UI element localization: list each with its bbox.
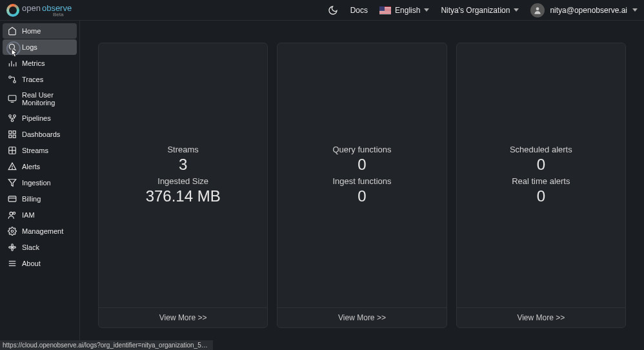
- users-icon: [8, 211, 17, 220]
- sidebar-item-label: Management: [22, 227, 63, 235]
- avatar: [530, 3, 545, 17]
- sidebar-item-logs[interactable]: Logs: [3, 39, 77, 55]
- card-label: Query functions: [332, 145, 391, 154]
- user-email: nitya@openobserve.ai: [550, 6, 627, 15]
- flag-icon: [379, 6, 391, 14]
- sidebar-item-metrics[interactable]: Metrics: [3, 56, 77, 71]
- traces-icon: [8, 75, 17, 84]
- card-label: Streams: [167, 145, 198, 154]
- filter-icon: [8, 178, 17, 187]
- svg-point-27: [13, 212, 15, 214]
- card-alerts: Scheduled alerts 0 Real time alerts 0 Vi…: [456, 43, 626, 328]
- sidebar-item-label: Streams: [22, 147, 48, 154]
- user-menu[interactable]: nitya@openobserve.ai: [530, 3, 638, 17]
- sidebar-item-rum[interactable]: Real User Monitoring: [3, 88, 77, 110]
- card-streams: Streams 3 Ingested Size 376.14 MB View M…: [98, 43, 268, 328]
- svg-rect-16: [9, 135, 12, 138]
- sidebar-item-label: Traces: [22, 76, 43, 83]
- card-value: 0: [537, 156, 545, 174]
- logo-text-open: open: [22, 3, 41, 13]
- svg-rect-24: [8, 196, 16, 201]
- svg-point-0: [536, 7, 539, 10]
- monitor-icon: [8, 94, 17, 103]
- svg-point-22: [12, 169, 13, 169]
- card-value: 3: [179, 156, 187, 174]
- pipeline-icon: [8, 114, 17, 123]
- body: Home Logs Metrics Traces Real: [0, 21, 644, 350]
- sidebar: Home Logs Metrics Traces Real: [0, 21, 80, 350]
- organization-selector[interactable]: Nitya's Organization: [441, 6, 519, 15]
- card-value: 376.14 MB: [146, 187, 221, 205]
- sidebar-item-streams[interactable]: Streams: [3, 143, 77, 158]
- logo-icon: [6, 4, 19, 17]
- streams-icon: [8, 146, 17, 155]
- docs-link[interactable]: Docs: [350, 6, 368, 15]
- svg-point-28: [11, 230, 14, 232]
- header: openobserve Beta Docs English Nitya's Or…: [0, 0, 644, 21]
- gear-icon: [8, 227, 17, 236]
- organization-label: Nitya's Organization: [441, 6, 510, 15]
- svg-line-2: [14, 48, 15, 50]
- list-icon: [8, 259, 17, 268]
- grid-icon: [8, 130, 17, 139]
- svg-point-8: [14, 81, 16, 83]
- sidebar-item-label: Pipelines: [22, 114, 51, 122]
- svg-rect-31: [12, 244, 13, 247]
- card-label: Real time alerts: [512, 176, 570, 186]
- svg-point-1: [9, 44, 14, 49]
- card-value: 0: [357, 187, 366, 205]
- home-icon: [8, 26, 17, 36]
- header-right: Docs English Nitya's Organization nitya@…: [327, 3, 638, 17]
- sidebar-item-iam[interactable]: IAM: [3, 207, 77, 223]
- card-label: Ingest functions: [332, 176, 391, 186]
- svg-rect-14: [9, 131, 12, 134]
- main-content: Streams 3 Ingested Size 376.14 MB View M…: [80, 21, 644, 350]
- card-label: Scheduled alerts: [510, 145, 572, 154]
- sidebar-item-alerts[interactable]: Alerts: [3, 159, 77, 174]
- sidebar-item-management[interactable]: Management: [3, 223, 77, 239]
- view-more-link[interactable]: View More >>: [99, 307, 267, 327]
- sidebar-item-dashboards[interactable]: Dashboards: [3, 127, 77, 142]
- svg-rect-32: [12, 248, 13, 251]
- card-body: Query functions 0 Ingest functions 0: [277, 43, 446, 307]
- user-icon: [533, 6, 542, 15]
- svg-rect-9: [8, 96, 16, 101]
- sidebar-item-billing[interactable]: Billing: [3, 191, 77, 207]
- chevron-down-icon: [424, 8, 429, 12]
- language-selector[interactable]: English: [379, 6, 429, 15]
- slack-icon: [8, 243, 17, 252]
- search-icon: [8, 43, 17, 52]
- sidebar-item-about[interactable]: About: [3, 256, 77, 271]
- svg-rect-15: [13, 131, 15, 134]
- sidebar-item-label: Metrics: [22, 59, 45, 67]
- sidebar-item-label: Real User Monitoring: [22, 91, 72, 107]
- svg-rect-17: [13, 135, 15, 138]
- sidebar-item-slack[interactable]: Slack: [3, 240, 77, 255]
- theme-toggle-button[interactable]: [327, 5, 339, 16]
- sidebar-item-ingestion[interactable]: Ingestion: [3, 175, 77, 190]
- status-bar-url: https://cloud.openobserve.ai/logs?org_id…: [0, 340, 213, 350]
- card-value: 0: [357, 156, 366, 174]
- sidebar-item-label: Dashboards: [22, 130, 60, 138]
- sidebar-item-label: Home: [22, 27, 41, 35]
- svg-point-7: [9, 76, 12, 79]
- sidebar-item-pipelines[interactable]: Pipelines: [3, 110, 77, 126]
- sidebar-item-label: Logs: [22, 43, 37, 51]
- card-value: 0: [537, 187, 545, 205]
- moon-icon: [328, 5, 338, 15]
- chevron-down-icon: [514, 8, 519, 12]
- svg-point-26: [10, 212, 13, 215]
- sidebar-item-label: Slack: [22, 243, 39, 251]
- billing-icon: [8, 194, 17, 203]
- alert-icon: [8, 162, 17, 171]
- svg-marker-23: [8, 180, 16, 187]
- sidebar-item-traces[interactable]: Traces: [3, 72, 77, 87]
- sidebar-item-label: Alerts: [22, 163, 40, 170]
- view-more-link[interactable]: View More >>: [277, 307, 446, 327]
- view-more-link[interactable]: View More >>: [457, 307, 625, 327]
- sidebar-item-home[interactable]: Home: [3, 23, 77, 39]
- sidebar-item-label: Billing: [22, 195, 41, 203]
- svg-point-12: [14, 115, 16, 118]
- card-functions: Query functions 0 Ingest functions 0 Vie…: [277, 43, 447, 328]
- logo[interactable]: openobserve Beta: [6, 3, 72, 17]
